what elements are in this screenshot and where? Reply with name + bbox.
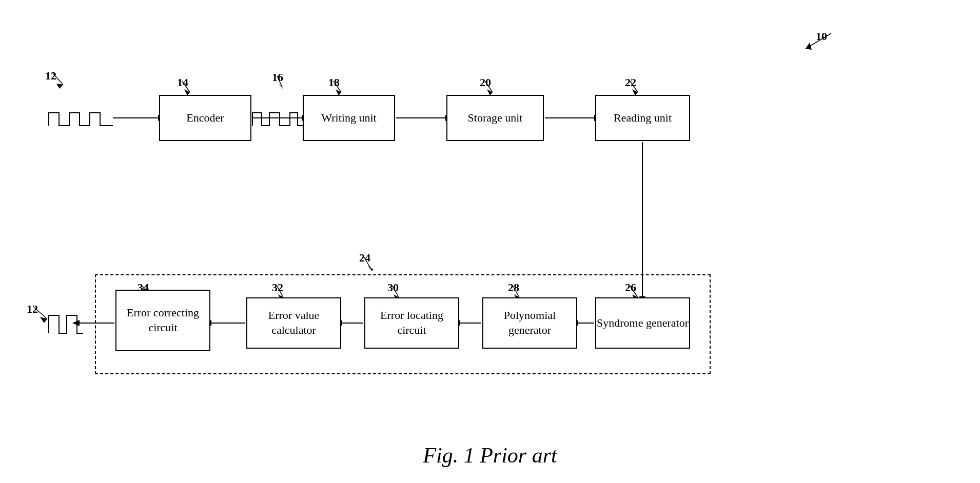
diagram-container: 10 12 14 16 18 20 22 24 [0, 0, 980, 483]
svg-line-26 [277, 76, 282, 87]
encoder-box: Encoder [159, 95, 251, 141]
storage-unit-box: Storage unit [446, 95, 544, 141]
ref24-arrow [359, 251, 400, 277]
error-correcting-box: Error correcting circuit [115, 290, 210, 351]
ref12-bottom-arrow [27, 303, 68, 323]
svg-marker-21 [806, 43, 812, 50]
svg-marker-19 [72, 320, 80, 326]
error-locating-box: Error locating circuit [364, 297, 459, 349]
ref20-arrow [480, 76, 511, 96]
ref22-arrow [625, 76, 656, 96]
writing-unit-box: Writing unit [303, 95, 395, 141]
ref12-top-arrow [45, 68, 86, 89]
ref14-arrow [177, 76, 208, 96]
arrows-svg [0, 0, 980, 483]
svg-marker-35 [367, 266, 374, 271]
ref10-arrow [790, 28, 852, 54]
error-value-box: Error value calculator [246, 297, 341, 349]
svg-marker-23 [56, 84, 63, 89]
ref16-arrow [272, 71, 303, 91]
ref18-arrow [328, 76, 359, 96]
polynomial-generator-box: Polynomial generator [482, 297, 577, 349]
fig-label: Fig. 1 Prior art [423, 443, 557, 468]
reading-unit-box: Reading unit [595, 95, 690, 141]
syndrome-generator-box: Syndrome generator [595, 297, 690, 349]
svg-line-22 [53, 73, 63, 85]
